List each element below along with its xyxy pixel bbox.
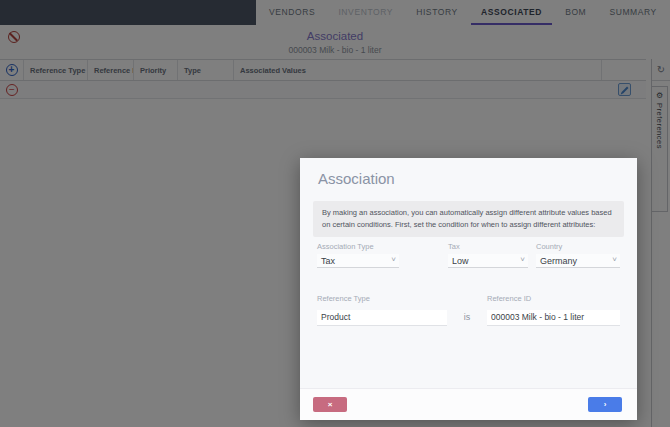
is-label: is — [447, 312, 487, 326]
country-field: Country Germany ˅ — [536, 242, 620, 268]
association-type-label: Association Type — [317, 242, 448, 251]
dialog-title: Association — [300, 158, 637, 187]
association-type-value: Tax — [321, 256, 335, 266]
tax-select[interactable]: Low ˅ — [448, 254, 528, 268]
reference-type-label: Reference Type — [317, 294, 447, 303]
dialog-info-text: By making an association, you can automa… — [313, 201, 624, 237]
tax-label: Tax — [448, 242, 536, 251]
chevron-right-icon: › — [604, 400, 607, 409]
chevron-down-icon: ˅ — [520, 255, 525, 264]
condition-fields-row: Association Type Tax ˅ Tax Low ˅ Country… — [300, 242, 637, 268]
country-select[interactable]: Germany ˅ — [536, 254, 620, 268]
reference-fields-row: Reference Type is Reference ID — [300, 294, 637, 326]
reference-type-input[interactable] — [317, 310, 447, 326]
country-value: Germany — [540, 256, 577, 266]
reference-type-field: Reference Type — [317, 294, 447, 326]
reference-id-input[interactable] — [487, 310, 620, 326]
next-button[interactable]: › — [588, 397, 622, 412]
app-window: VENDORS INVENTORY HISTORY ASSOCIATED BOM… — [0, 0, 670, 427]
reference-id-label: Reference ID — [487, 294, 620, 303]
cancel-button[interactable]: × — [313, 397, 347, 412]
country-label: Country — [536, 242, 620, 251]
tax-field: Tax Low ˅ — [448, 242, 536, 268]
association-dialog: Association By making an association, yo… — [300, 158, 637, 420]
close-icon: × — [328, 400, 333, 409]
chevron-down-icon: ˅ — [612, 255, 617, 264]
dialog-footer: × › — [300, 388, 637, 420]
association-type-select[interactable]: Tax ˅ — [317, 254, 399, 268]
chevron-down-icon: ˅ — [391, 255, 396, 264]
association-type-field: Association Type Tax ˅ — [317, 242, 448, 268]
reference-id-field: Reference ID — [487, 294, 620, 326]
tax-value: Low — [452, 256, 469, 266]
